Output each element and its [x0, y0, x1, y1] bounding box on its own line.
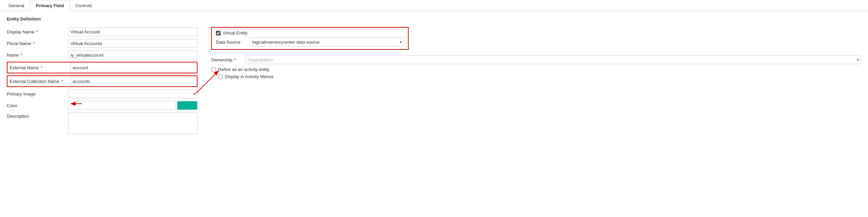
ownership-select-wrapper: Organization — [245, 55, 861, 64]
form-right: Virtual Entity Data Source logicalinvent… — [211, 27, 861, 134]
plural-name-label: Plural Name * — [7, 41, 68, 46]
external-name-input[interactable] — [70, 63, 195, 72]
plural-name-input[interactable] — [68, 39, 198, 48]
description-row: Description — [7, 112, 198, 134]
color-swatch[interactable] — [177, 101, 198, 110]
virtual-entity-checkbox-row: Virtual Entity — [216, 30, 404, 35]
name-row: Name * — [7, 50, 198, 60]
section-title: Entity Definition — [7, 16, 861, 21]
display-name-input-wrapper — [68, 27, 198, 36]
external-collection-row: External Collection Name * — [7, 75, 198, 87]
description-label: Description — [7, 112, 68, 119]
external-name-label: External Name * — [9, 65, 70, 70]
color-input[interactable] — [68, 101, 176, 110]
ownership-label: Ownership * — [211, 57, 245, 62]
display-name-row: Display Name * — [7, 27, 198, 37]
plural-name-row: Plural Name * — [7, 39, 198, 48]
activity-entity-row: Define as an activity entity. — [211, 67, 861, 72]
ownership-row: Ownership * Organization — [211, 55, 861, 64]
primary-image-row: Primary Image — [7, 89, 198, 99]
ownership-select[interactable]: Organization — [245, 55, 861, 64]
datasource-label: Data Source — [216, 40, 250, 45]
form-left: Display Name * Plural Name * — [7, 27, 198, 134]
display-activity-checkbox[interactable] — [218, 74, 223, 79]
tab-controls[interactable]: Controls — [70, 0, 98, 11]
datasource-row: Data Source logicalinventorycenter data … — [216, 38, 404, 46]
primary-image-select[interactable] — [68, 89, 198, 98]
color-row: Color — [7, 101, 198, 110]
tab-general[interactable]: General — [3, 0, 30, 11]
virtual-entity-box: Virtual Entity Data Source logicalinvent… — [211, 27, 409, 50]
virtual-entity-checkbox[interactable] — [216, 31, 221, 35]
datasource-select-wrapper: logicalinventorycenter data source — [250, 38, 404, 46]
form-wrapper: Display Name * Plural Name * — [7, 27, 861, 134]
primary-image-label: Primary Image — [7, 91, 68, 97]
activity-entity-checkbox[interactable] — [211, 67, 216, 72]
name-input[interactable] — [68, 50, 198, 59]
display-activity-row: Display in Activity Menus — [218, 74, 861, 79]
description-textarea[interactable] — [68, 112, 198, 134]
form-layout: Display Name * Plural Name * — [7, 27, 861, 134]
virtual-entity-label[interactable]: Virtual Entity — [216, 30, 248, 35]
primary-image-select-wrapper — [68, 89, 198, 98]
name-label: Name * — [7, 53, 68, 58]
datasource-select[interactable]: logicalinventorycenter data source — [250, 38, 404, 46]
tab-primary-field[interactable]: Primary Field — [30, 0, 69, 11]
content-area: Entity Definition Display Name * Plur — [0, 11, 868, 140]
display-name-input[interactable] — [68, 27, 198, 36]
color-label: Color — [7, 103, 68, 108]
display-name-label: Display Name * — [7, 29, 68, 34]
external-collection-input[interactable] — [70, 77, 195, 86]
required-marker: * — [35, 29, 38, 34]
tab-bar: General Primary Field Controls — [0, 0, 868, 11]
external-name-row: External Name * — [7, 62, 198, 73]
external-collection-label: External Collection Name * — [9, 79, 70, 84]
